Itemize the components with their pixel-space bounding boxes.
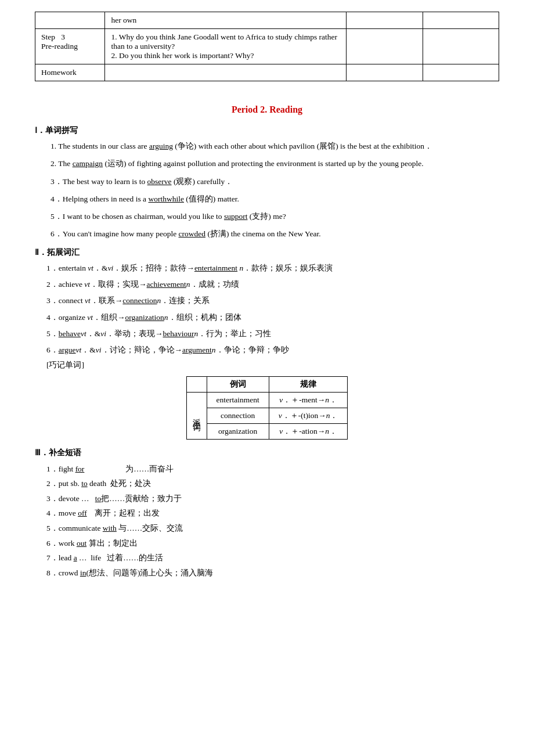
cell-row3-col4 [423, 64, 499, 81]
cell-row2-col2: 1. Why do you think Jane Goodall went to… [105, 29, 347, 64]
example-word-1: entertainment [207, 392, 269, 408]
section-1-item-4: 4．Helping others in need is a worthwhile… [35, 192, 499, 206]
table-row: her own [35, 12, 499, 29]
table-row: Step 3Pre-reading 1. Why do you think Ja… [35, 29, 499, 64]
cell-row3-col3 [347, 64, 423, 81]
section-1: Ⅰ．单词拼写 1. The students in our class are … [35, 125, 499, 242]
vocab-item-1: 1．entertain vt．&vi．娱乐；招待；款待→entertainmen… [46, 261, 499, 275]
phrase-item-7: 7．lead a … life 过着……的生活 [46, 550, 499, 566]
col-header-2: 规律 [269, 376, 348, 392]
vocab-item-5: 5．behavevt．&vi．举动；表现→behaviourn．行为；举止；习性 [46, 327, 499, 341]
cell-row2-col4 [423, 29, 499, 64]
section-1-item-6: 6．You can't imagine how many people crow… [35, 227, 499, 241]
section-1-item-5: 5．I want to be chosen as chairman, would… [35, 210, 499, 224]
col-header-1: 例词 [207, 376, 269, 392]
cell-row1-col3 [347, 12, 423, 29]
table-label: [巧记单词] [46, 360, 499, 370]
rule-1: v．＋-ment→n． [269, 392, 348, 408]
cell-row1-col1 [35, 12, 105, 29]
cell-row2-col1: Step 3Pre-reading [35, 29, 105, 64]
cell-row3-col1: Homework [35, 64, 105, 81]
vocab-item-4: 4．organize vt．组织→organizationn．组织；机构；团体 [46, 311, 499, 325]
phrase-item-5: 5．communicate with 与……交际、交流 [46, 521, 499, 536]
vocab-item-2: 2．achieve vt．取得；实现→achievementn．成就；功绩 [46, 278, 499, 291]
phrase-item-6: 6．work out 算出；制定出 [46, 536, 499, 551]
rule-3: v．＋-ation→n． [269, 423, 348, 439]
example-word-2: connection [207, 408, 269, 423]
example-word-3: organization [207, 423, 269, 439]
table-row: organization v．＋-ation→n． [186, 423, 348, 439]
rule-2: v．＋-(t)ion→n． [269, 408, 348, 423]
vocab-item-3: 3．connect vt．联系→connectionn．连接；关系 [46, 294, 499, 308]
section-1-heading: Ⅰ．单词拼写 [35, 125, 499, 136]
section-2: Ⅱ．拓展词汇 1．entertain vt．&vi．娱乐；招待；款待→enter… [35, 247, 499, 440]
cell-row1-col4 [423, 12, 499, 29]
table-row: 派生词 entertainment v．＋-ment→n． [186, 392, 348, 408]
cell-row1-col2: her own [105, 12, 347, 29]
cell-row2-col3 [347, 29, 423, 64]
section-1-item-3: 3．The best way to learn is to observe (观… [35, 175, 499, 189]
phrase-item-4: 4．move off 离开；起程；出发 [46, 506, 499, 521]
top-table: her own Step 3Pre-reading 1. Why do you … [35, 12, 499, 81]
col-header-0 [186, 376, 207, 392]
phrase-item-3: 3．devote … to把……贡献给；致力于 [46, 491, 499, 506]
section-title: Period 2. Reading [35, 105, 499, 115]
section-1-item-2: 2. The campaign (运动) of fighting against… [35, 157, 499, 171]
table-row: Homework [35, 64, 499, 81]
vocab-item-6: 6．arguevt．&vi．讨论；辩论，争论→argumentn．争论；争辩；争… [46, 343, 499, 357]
word-table-container: 例词 规律 派生词 entertainment v．＋-ment→n． conn… [35, 376, 499, 440]
cell-row3-col2 [105, 64, 347, 81]
section-3: Ⅲ．补全短语 1．fight for 为……而奋斗 2．put sb. to d… [35, 448, 499, 581]
section-2-heading: Ⅱ．拓展词汇 [35, 247, 499, 258]
phrase-item-1: 1．fight for 为……而奋斗 [46, 462, 499, 477]
table-row: connection v．＋-(t)ion→n． [186, 408, 348, 423]
word-table: 例词 规律 派生词 entertainment v．＋-ment→n． conn… [186, 376, 348, 440]
section-3-heading: Ⅲ．补全短语 [35, 448, 499, 458]
派生词-label: 派生词 [186, 392, 207, 439]
section-1-item-1: 1. The students in our class are arguing… [35, 139, 499, 153]
table-header-row: 例词 规律 [186, 376, 348, 392]
phrase-item-2: 2．put sb. to death 处死；处决 [46, 476, 499, 491]
phrase-item-8: 8．crowd in(想法、问题等)涌上心头；涌入脑海 [46, 566, 499, 581]
